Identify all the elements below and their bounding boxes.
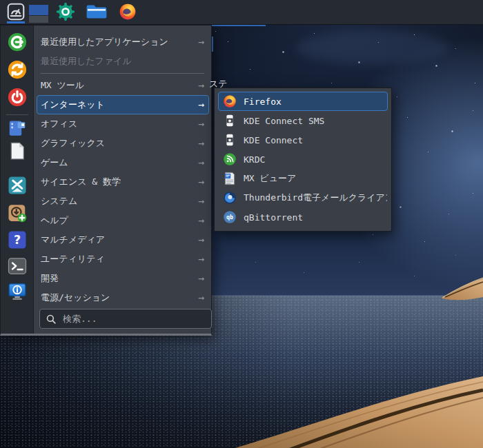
background-window-top-edge <box>212 25 266 26</box>
menu-item-recent-files: 最近使用したファイル <box>34 52 211 71</box>
submenu-item-label: Thunderbird電子メールクライアント <box>244 192 387 204</box>
submenu-arrow-icon: → <box>198 274 204 284</box>
internet-submenu: Firefox KDE Connect SMS KDE Connect <box>214 88 392 232</box>
menu-item-label: 電源/セッション <box>41 292 110 304</box>
qbittorrent-icon: qb <box>223 210 237 224</box>
package-installer-icon <box>7 203 28 226</box>
menu-item-label: 最近使用したアプリケーション <box>41 36 168 48</box>
menu-item-internet[interactable]: インターネット → <box>37 95 209 114</box>
menu-item-utilities[interactable]: ユーティリティ → <box>34 250 211 269</box>
mx-tools-icon <box>7 175 28 198</box>
menu-item-system[interactable]: システム → <box>34 192 211 211</box>
search-icon <box>46 314 57 325</box>
sidebar-divider <box>6 114 28 115</box>
menu-item-label: マルチメディア <box>41 234 105 246</box>
submenu-arrow-icon: → <box>198 216 204 226</box>
menu-divider <box>41 73 204 74</box>
system-info-button[interactable] <box>7 283 28 303</box>
menu-item-label: オフィス <box>41 118 77 130</box>
menu-item-multimedia[interactable]: マルチメディア → <box>34 230 211 250</box>
menu-item-label: MX ツール <box>41 79 84 92</box>
submenu-item-label: KDE Connect SMS <box>244 116 324 126</box>
mx-logo-icon <box>7 3 25 23</box>
submenu-item-mx-viewer[interactable]: MX ビューア <box>218 169 388 188</box>
shutdown-button[interactable] <box>7 88 28 109</box>
menu-item-mx-tools[interactable]: MX ツール → <box>34 76 211 95</box>
thunderbird-icon <box>223 191 237 205</box>
menu-item-label: ヘルプ <box>41 214 68 227</box>
package-installer-button[interactable] <box>7 204 28 225</box>
submenu-item-firefox[interactable]: Firefox <box>218 92 388 111</box>
submenu-item-label: Firefox <box>244 96 282 107</box>
software-manager-icon <box>7 118 28 141</box>
menu-item-power-session[interactable]: 電源/セッション → <box>34 288 211 307</box>
documents-button[interactable] <box>7 142 28 163</box>
firefox-icon <box>223 94 237 108</box>
firefox-icon <box>119 3 137 23</box>
search-box <box>39 309 212 329</box>
submenu-arrow-icon: → <box>198 254 204 265</box>
menu-item-label: 開発 <box>41 272 59 285</box>
submenu-arrow-icon: → <box>198 177 204 187</box>
mx-tools-button[interactable] <box>7 176 28 197</box>
menu-item-help[interactable]: ヘルプ → <box>34 211 211 230</box>
menu-item-development[interactable]: 開発 → <box>34 269 211 288</box>
power-icon <box>7 87 28 110</box>
submenu-item-label: qBittorrent <box>244 212 303 223</box>
active-task-indicator <box>7 21 25 23</box>
system-info-icon <box>7 281 28 305</box>
submenu-item-krdc[interactable]: KRDC <box>218 150 388 169</box>
mx-viewer-icon <box>223 172 237 185</box>
menu-item-science-math[interactable]: サイエンス & 数学 → <box>34 172 211 192</box>
help-button[interactable]: ? <box>7 231 28 252</box>
logout-button[interactable] <box>7 33 28 54</box>
menu-item-label: システム <box>41 195 77 207</box>
menu-item-office[interactable]: オフィス → <box>34 114 211 134</box>
menu-item-label: ユーティリティ <box>41 253 105 265</box>
workspace-pager[interactable] <box>29 5 48 23</box>
submenu-item-kde-connect[interactable]: KDE Connect <box>218 130 388 150</box>
blue-folder-icon <box>86 3 108 23</box>
document-icon <box>7 141 28 164</box>
mx-tools-launcher-button[interactable] <box>57 4 75 22</box>
menu-item-recent-apps[interactable]: 最近使用したアプリケーション → <box>34 32 211 52</box>
menu-item-label: サイエンス & 数学 <box>41 176 121 188</box>
file-manager-launcher-button[interactable] <box>86 5 108 21</box>
help-icon: ? <box>7 230 28 253</box>
workspace-1-active[interactable] <box>29 5 48 15</box>
menu-item-graphics[interactable]: グラフィックス → <box>34 134 211 153</box>
terminal-icon <box>7 256 28 279</box>
search-input[interactable] <box>61 313 206 325</box>
submenu-item-qbittorrent[interactable]: qb qBittorrent <box>218 207 388 227</box>
submenu-arrow-icon: → <box>198 196 204 207</box>
kde-connect-icon <box>223 114 237 128</box>
menu-item-label: グラフィックス <box>41 137 105 150</box>
submenu-arrow-icon: → <box>198 293 204 303</box>
submenu-item-thunderbird[interactable]: Thunderbird電子メールクライアント <box>218 188 388 207</box>
menu-item-games[interactable]: ゲーム → <box>34 153 211 172</box>
terminal-button[interactable] <box>7 257 28 278</box>
firefox-launcher-button[interactable] <box>119 4 137 22</box>
submenu-arrow-icon: → <box>198 37 204 48</box>
svg-text:qb: qb <box>226 214 233 221</box>
menu-item-label: ゲーム <box>41 156 68 169</box>
submenu-item-kde-connect-sms[interactable]: KDE Connect SMS <box>218 111 388 130</box>
submenu-item-label: KRDC <box>244 154 265 165</box>
submenu-arrow-icon: → <box>198 139 204 149</box>
kde-connect-icon <box>223 133 237 147</box>
menu-main: 最近使用したアプリケーション → 最近使用したファイル MX ツール → インタ… <box>34 26 211 334</box>
green-gear-wrench-icon <box>57 3 75 23</box>
logout-icon <box>7 32 28 55</box>
submenu-item-label: KDE Connect <box>244 135 303 145</box>
svg-text:?: ? <box>14 233 21 247</box>
restart-button[interactable] <box>7 61 28 81</box>
taskbar <box>0 0 483 25</box>
menu-sidebar: ? <box>1 26 34 334</box>
restart-icon <box>7 59 28 83</box>
menu-launcher-button[interactable] <box>4 3 28 23</box>
menu-item-label: 最近使用したファイル <box>41 55 132 68</box>
workspace-2[interactable] <box>29 16 48 23</box>
submenu-arrow-icon: → <box>198 158 204 168</box>
software-manager-button[interactable] <box>7 119 28 140</box>
application-menu: ? <box>0 25 212 336</box>
